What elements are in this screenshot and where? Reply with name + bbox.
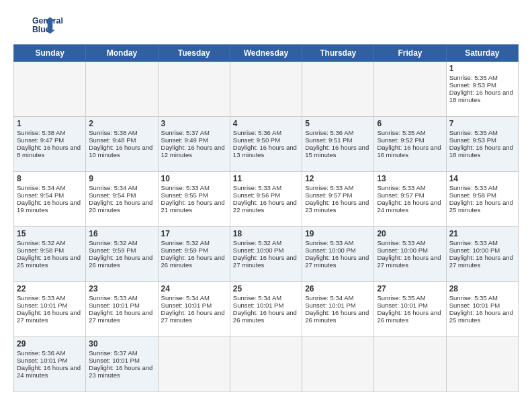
calendar-cell: 8Sunrise: 5:34 AMSunset: 9:54 PMDaylight… (14, 172, 86, 227)
sunset: Sunset: 9:50 PM (233, 136, 280, 144)
calendar-cell (230, 62, 302, 117)
sunrise: Sunrise: 5:36 AM (17, 349, 65, 357)
calendar-cell (302, 337, 374, 392)
day-header-sunday: Sunday (14, 45, 86, 62)
daylight-label: Daylight: 16 hours and 27 minutes (161, 309, 225, 324)
day-number: 13 (377, 174, 443, 183)
daylight-label: Daylight: 16 hours and 15 minutes (305, 144, 369, 158)
daylight-label: Daylight: 16 hours and 25 minutes (17, 254, 81, 269)
calendar-cell: 27Sunrise: 5:35 AMSunset: 10:01 PMDaylig… (374, 282, 446, 337)
sunrise: Sunrise: 5:33 AM (305, 184, 353, 191)
calendar-cell (374, 337, 446, 392)
calendar-week-3: 8Sunrise: 5:34 AMSunset: 9:54 PMDaylight… (14, 172, 519, 227)
sunset: Sunset: 9:52 PM (377, 136, 424, 144)
sunrise: Sunrise: 5:35 AM (449, 129, 498, 136)
calendar-cell: 10Sunrise: 5:33 AMSunset: 9:55 PMDayligh… (158, 172, 230, 227)
day-number: 18 (233, 229, 299, 238)
calendar-cell (374, 62, 446, 117)
sunset: Sunset: 10:01 PM (449, 302, 500, 309)
calendar-cell: 14Sunrise: 5:33 AMSunset: 9:58 PMDayligh… (446, 172, 518, 227)
daylight-label: Daylight: 16 hours and 23 minutes (305, 199, 369, 214)
calendar-cell: 21Sunrise: 5:33 AMSunset: 10:00 PMDaylig… (446, 227, 518, 282)
calendar-cell: 28Sunrise: 5:35 AMSunset: 10:01 PMDaylig… (446, 282, 518, 337)
day-header-tuesday: Tuesday (158, 45, 230, 62)
calendar-cell: 16Sunrise: 5:32 AMSunset: 9:59 PMDayligh… (86, 227, 158, 282)
sunrise: Sunrise: 5:33 AM (305, 239, 353, 246)
calendar-cell: 2Sunrise: 5:38 AMSunset: 9:48 PMDaylight… (86, 117, 158, 172)
day-header-thursday: Thursday (302, 45, 374, 62)
sunset: Sunset: 10:01 PM (377, 302, 428, 309)
sunrise: Sunrise: 5:32 AM (161, 239, 210, 246)
sunset: Sunset: 9:53 PM (449, 136, 496, 144)
daylight-label: Daylight: 16 hours and 19 minutes (17, 199, 81, 214)
sunrise: Sunrise: 5:34 AM (233, 294, 281, 302)
sunset: Sunset: 9:54 PM (89, 191, 136, 199)
sunrise: Sunrise: 5:33 AM (17, 294, 65, 302)
day-number: 15 (17, 229, 83, 238)
sunset: Sunset: 10:01 PM (305, 302, 356, 309)
sunset: Sunset: 10:00 PM (305, 246, 356, 254)
sunset: Sunset: 10:01 PM (17, 302, 68, 309)
calendar-cell: 1Sunrise: 5:35 AMSunset: 9:53 PMDaylight… (446, 62, 518, 117)
daylight-label: Daylight: 16 hours and 26 minutes (89, 254, 152, 269)
daylight-label: Daylight: 16 hours and 26 minutes (305, 309, 369, 324)
day-number: 10 (161, 174, 227, 183)
day-number: 16 (89, 229, 154, 238)
daylight-label: Daylight: 16 hours and 16 minutes (377, 144, 441, 158)
calendar-week-5: 22Sunrise: 5:33 AMSunset: 10:01 PMDaylig… (14, 282, 519, 337)
sunrise: Sunrise: 5:34 AM (89, 184, 137, 191)
sunrise: Sunrise: 5:32 AM (233, 239, 281, 246)
page: General Blue SundayMondayTuesdayWednesda… (0, 0, 532, 411)
sunset: Sunset: 10:01 PM (17, 357, 68, 364)
calendar-cell: 12Sunrise: 5:33 AMSunset: 9:57 PMDayligh… (302, 172, 374, 227)
daylight-label: Daylight: 16 hours and 10 minutes (89, 144, 152, 158)
calendar-week-4: 15Sunrise: 5:32 AMSunset: 9:58 PMDayligh… (14, 227, 519, 282)
calendar-cell (158, 337, 230, 392)
day-number: 5 (305, 119, 371, 128)
sunset: Sunset: 9:47 PM (17, 136, 64, 144)
day-number: 12 (305, 174, 371, 183)
day-header-wednesday: Wednesday (230, 45, 302, 62)
calendar-cell: 7Sunrise: 5:35 AMSunset: 9:53 PMDaylight… (446, 117, 518, 172)
daylight-label: Daylight: 16 hours and 13 minutes (233, 144, 297, 158)
day-number: 11 (233, 174, 299, 183)
day-header-friday: Friday (374, 45, 446, 62)
sunset: Sunset: 10:00 PM (449, 246, 500, 254)
logo: General Blue (13, 12, 74, 38)
calendar-cell: 23Sunrise: 5:33 AMSunset: 10:01 PMDaylig… (86, 282, 158, 337)
sunset: Sunset: 9:51 PM (305, 136, 352, 144)
daylight-label: Daylight: 16 hours and 26 minutes (377, 309, 441, 324)
daylight-label: Daylight: 16 hours and 24 minutes (17, 364, 81, 379)
daylight-label: Daylight: 16 hours and 27 minutes (377, 254, 441, 269)
calendar-cell: 30Sunrise: 5:37 AMSunset: 10:01 PMDaylig… (86, 337, 158, 392)
daylight-label: Daylight: 16 hours and 25 minutes (449, 309, 513, 324)
sunset: Sunset: 9:48 PM (89, 136, 136, 144)
daylight-label: Daylight: 16 hours and 27 minutes (233, 254, 297, 269)
daylight-label: Daylight: 16 hours and 8 minutes (17, 144, 81, 158)
sunrise: Sunrise: 5:37 AM (89, 349, 137, 357)
sunrise: Sunrise: 5:33 AM (89, 294, 137, 302)
calendar-cell: 1Sunrise: 5:38 AMSunset: 9:47 PMDaylight… (14, 117, 86, 172)
sunrise: Sunrise: 5:38 AM (17, 129, 65, 136)
calendar-cell: 17Sunrise: 5:32 AMSunset: 9:59 PMDayligh… (158, 227, 230, 282)
sunset: Sunset: 10:01 PM (161, 302, 212, 309)
calendar-cell: 22Sunrise: 5:33 AMSunset: 10:01 PMDaylig… (14, 282, 86, 337)
sunrise: Sunrise: 5:33 AM (233, 184, 281, 191)
day-header-saturday: Saturday (446, 45, 518, 62)
sunset: Sunset: 9:57 PM (377, 191, 424, 199)
sunset: Sunset: 9:58 PM (449, 191, 496, 199)
sunset: Sunset: 9:49 PM (161, 136, 208, 144)
sunset: Sunset: 9:58 PM (17, 246, 64, 254)
calendar-week-6: 29Sunrise: 5:36 AMSunset: 10:01 PMDaylig… (14, 337, 519, 392)
daylight-label: Daylight: 16 hours and 27 minutes (449, 254, 513, 269)
day-number: 7 (449, 119, 515, 128)
calendar-cell: 6Sunrise: 5:35 AMSunset: 9:52 PMDaylight… (374, 117, 446, 172)
sunset: Sunset: 9:57 PM (305, 191, 352, 199)
day-number: 2 (89, 119, 154, 128)
sunrise: Sunrise: 5:33 AM (377, 184, 425, 191)
sunset: Sunset: 10:01 PM (89, 357, 140, 364)
sunset: Sunset: 9:56 PM (233, 191, 280, 199)
calendar-table: SundayMondayTuesdayWednesdayThursdayFrid… (13, 44, 519, 392)
sunset: Sunset: 10:00 PM (377, 246, 428, 254)
sunrise: Sunrise: 5:32 AM (89, 239, 137, 246)
